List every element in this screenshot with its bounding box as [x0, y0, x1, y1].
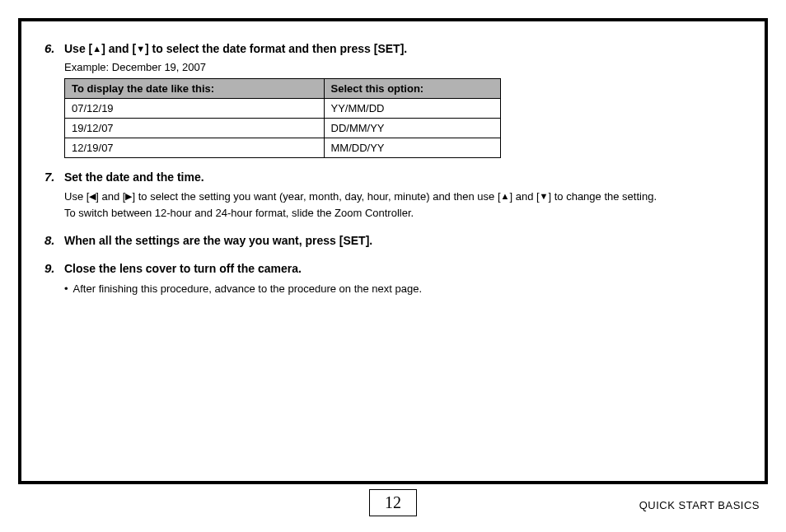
step-9-bullet: • After finishing this procedure, advanc… — [64, 281, 742, 297]
text-part: ] and [ — [101, 42, 136, 55]
page-number: 12 — [369, 489, 417, 516]
date-format-table: To display the date like this: Select th… — [64, 78, 501, 158]
bullet-icon: • — [64, 281, 68, 297]
step-7-body-line2: To switch between 12-hour and 24-hour fo… — [64, 207, 414, 219]
step-9-body: • After finishing this procedure, advanc… — [64, 281, 742, 297]
step-6-example: Example: December 19, 2007 — [64, 61, 742, 73]
up-triangle-icon: ▲ — [92, 44, 101, 54]
step-7: 7. Set the date and the time. Use [◀] an… — [44, 170, 742, 222]
table-header-display: To display the date like this: — [65, 78, 325, 98]
left-triangle-icon: ◀ — [89, 192, 96, 201]
page-footer: 12 QUICK START BASICS — [0, 489, 786, 525]
step-7-body: Use [◀] and [▶] to select the setting yo… — [64, 189, 742, 222]
step-6-title: Use [▲] and [▼] to select the date forma… — [64, 41, 407, 58]
text-part: ] and [ — [509, 190, 539, 203]
text-part: Use [ — [64, 42, 92, 55]
step-8-header: 8. When all the settings are the way you… — [44, 233, 742, 250]
table-cell: 12/19/07 — [65, 138, 325, 157]
step-7-header: 7. Set the date and the time. — [44, 170, 742, 186]
footer-section-label: QUICK START BASICS — [639, 499, 760, 511]
down-triangle-icon: ▼ — [136, 44, 145, 54]
step-6-header: 6. Use [▲] and [▼] to select the date fo… — [44, 41, 742, 58]
step-6: 6. Use [▲] and [▼] to select the date fo… — [44, 41, 742, 158]
step-9-number: 9. — [44, 261, 59, 275]
table-cell: DD/MM/YY — [324, 118, 501, 138]
text-part: ] to change the setting. — [548, 190, 657, 203]
text-part: ] and [ — [96, 190, 125, 203]
table-header-row: To display the date like this: Select th… — [65, 78, 501, 98]
table-cell: YY/MM/DD — [324, 98, 501, 118]
table-row: 07/12/19 YY/MM/DD — [65, 98, 501, 118]
up-triangle-icon: ▲ — [501, 192, 510, 201]
step-9-header: 9. Close the lens cover to turn off the … — [44, 261, 742, 278]
table-cell: 19/12/07 — [65, 118, 325, 138]
text-part: ] to select the date format and then pre… — [145, 42, 407, 55]
step-8-title: When all the settings are the way you wa… — [64, 233, 372, 250]
down-triangle-icon: ▼ — [540, 192, 549, 201]
bullet-text: After finishing this procedure, advance … — [73, 281, 423, 297]
table-cell: MM/DD/YY — [324, 138, 501, 157]
step-7-number: 7. — [44, 170, 59, 184]
step-6-number: 6. — [44, 41, 59, 55]
table-row: 19/12/07 DD/MM/YY — [65, 118, 501, 138]
step-8: 8. When all the settings are the way you… — [44, 233, 742, 250]
step-9-title: Close the lens cover to turn off the cam… — [64, 261, 302, 278]
table-header-option: Select this option: — [324, 78, 501, 98]
step-7-title: Set the date and the time. — [64, 170, 204, 186]
step-9: 9. Close the lens cover to turn off the … — [44, 261, 742, 297]
right-triangle-icon: ▶ — [125, 192, 132, 201]
page-frame: 6. Use [▲] and [▼] to select the date fo… — [18, 18, 768, 484]
text-part: Use [ — [64, 190, 89, 203]
table-row: 12/19/07 MM/DD/YY — [65, 138, 501, 157]
text-part: ] to select the setting you want (year, … — [132, 190, 500, 203]
table-cell: 07/12/19 — [65, 98, 325, 118]
step-8-number: 8. — [44, 233, 59, 247]
